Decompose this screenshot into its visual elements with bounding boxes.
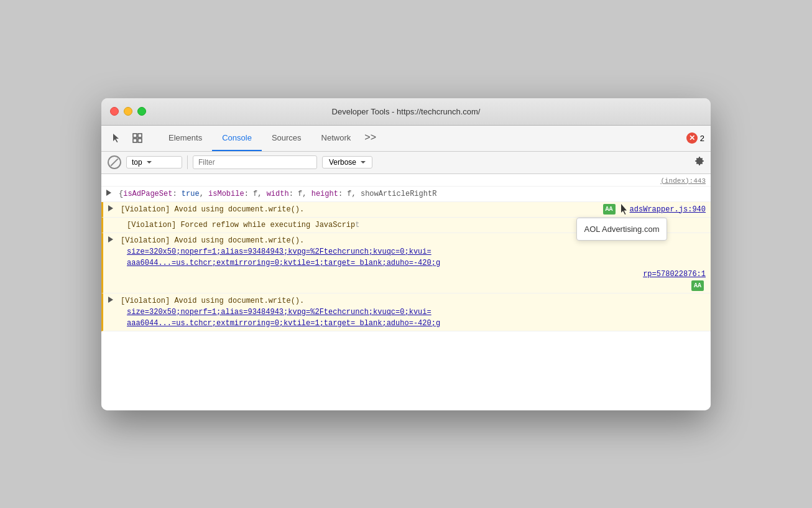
gear-icon xyxy=(694,156,704,166)
aa-badge-1[interactable]: AA xyxy=(603,204,616,215)
minimize-button[interactable] xyxy=(124,107,132,116)
cursor-arrow-icon xyxy=(620,204,627,215)
tab-console[interactable]: Console xyxy=(212,126,262,151)
clear-console-button[interactable] xyxy=(108,155,121,169)
console-text: [Violation] Forced reflow while executin… xyxy=(121,221,359,229)
console-row-violation-1: [Violation] Avoid using document.write()… xyxy=(101,202,711,218)
url-link[interactable]: rp=578022876:1 xyxy=(643,269,706,280)
console-row-violation-3: [Violation] Avoid using document.write()… xyxy=(101,233,711,293)
window-title: Developer Tools - https://techcrunch.com… xyxy=(332,107,481,116)
console-text: [Violation] Avoid using document.write()… xyxy=(121,297,304,305)
svg-marker-5 xyxy=(621,204,627,215)
tab-network[interactable]: Network xyxy=(311,126,361,151)
console-output: (index):443 {isAdPageSet: true, isMobile… xyxy=(101,174,711,410)
expand-triangle[interactable] xyxy=(108,297,113,303)
svg-rect-3 xyxy=(133,139,137,142)
maximize-button[interactable] xyxy=(137,107,146,116)
url-link[interactable]: size=320x50;noperf=1;alias=93484943;kvpg… xyxy=(127,247,431,256)
tab-sources[interactable]: Sources xyxy=(262,126,311,151)
tab-elements[interactable]: Elements xyxy=(159,126,212,151)
svg-marker-0 xyxy=(113,134,119,142)
more-tabs-button[interactable]: >> xyxy=(361,126,380,151)
console-text: {isAdPageSet: true, isMobile: f, width: … xyxy=(119,190,436,198)
aa-tooltip: AOL Advertising.com xyxy=(576,218,668,241)
traffic-lights xyxy=(110,107,146,116)
settings-button[interactable] xyxy=(694,156,704,169)
tab-bar: Elements Console Sources Network >> xyxy=(159,126,380,151)
svg-rect-1 xyxy=(133,134,137,137)
toolbar-right: ✕ 2 xyxy=(686,132,704,144)
verbose-select[interactable]: Verbose xyxy=(322,156,372,169)
source-link[interactable]: (index):443 xyxy=(660,176,706,187)
error-count: 2 xyxy=(700,134,704,143)
console-text: [Violation] Avoid using document.write()… xyxy=(121,236,304,245)
url-link[interactable]: aaa6044...=us.tchcr;extmirroring=0;kvtil… xyxy=(127,319,440,328)
svg-rect-2 xyxy=(138,134,142,137)
url-link[interactable]: size=320x50;noperf=1;alias=93484943;kvpg… xyxy=(127,308,431,316)
inspect-icon xyxy=(132,133,142,143)
filter-input[interactable] xyxy=(193,155,317,169)
console-toolbar: top Verbose xyxy=(101,152,711,174)
devtools-window: Developer Tools - https://techcrunch.com… xyxy=(101,98,711,410)
context-select[interactable]: top xyxy=(126,156,182,169)
console-text: [Violation] Avoid using document.write()… xyxy=(121,205,304,214)
error-icon: ✕ xyxy=(686,132,698,144)
expand-triangle[interactable] xyxy=(108,205,113,211)
svg-rect-4 xyxy=(138,139,142,142)
toolbar-icons xyxy=(108,129,146,147)
close-button[interactable] xyxy=(110,107,119,116)
aa-badge-2[interactable]: AA xyxy=(691,280,704,291)
console-row: {isAdPageSet: true, isMobile: f, width: … xyxy=(101,187,711,202)
inspect-icon-button[interactable] xyxy=(129,129,146,147)
verbose-chevron-icon xyxy=(361,161,366,164)
cursor-icon xyxy=(111,133,121,143)
context-chevron-icon xyxy=(147,161,152,164)
error-badge: ✕ 2 xyxy=(686,132,704,144)
expand-triangle[interactable] xyxy=(106,190,111,196)
expand-triangle[interactable] xyxy=(108,236,113,242)
console-row: (index):443 xyxy=(101,174,711,187)
titlebar: Developer Tools - https://techcrunch.com… xyxy=(101,98,711,126)
cursor-icon-button[interactable] xyxy=(108,129,125,147)
url-link[interactable]: aaa6044...=us.tchcr;extmirroring=0;kvtil… xyxy=(127,259,440,267)
toolbar-divider xyxy=(187,155,188,169)
source-link[interactable]: adsWrapper.js:940 xyxy=(630,204,706,215)
main-toolbar: Elements Console Sources Network >> ✕ 2 xyxy=(101,126,711,152)
console-row-violation-4: [Violation] Avoid using document.write()… xyxy=(101,293,711,331)
